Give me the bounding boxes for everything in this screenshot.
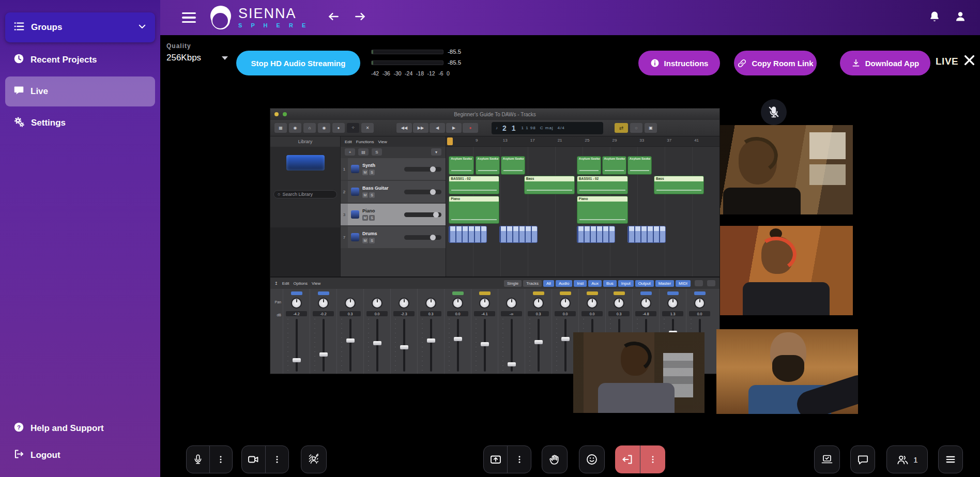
logo-sphere-icon [209,5,233,30]
sidebar-item-recent-projects[interactable]: Recent Projects [5,48,155,72]
chat-icon [857,454,869,466]
top-header: SIENNA S P H E R E [160,0,980,35]
participant-2-silhouette [743,233,831,315]
leave-icon [621,453,634,466]
meter-scale-tick: -18 [416,70,424,76]
track-number: 7 [341,226,348,248]
channel-io-chip [506,291,517,295]
mixer-filter-chip: All [543,280,554,287]
leave-room-button[interactable] [615,445,640,473]
clip-label: Bass [525,176,574,181]
track-s-button: S [369,238,375,243]
daw-lcd-display: ♪ 2 1 1 1 98 C maj 4/4 [492,122,603,134]
mic-options-kebab[interactable] [210,446,233,473]
channel-pan-knob [667,298,678,309]
notifications-bell-icon[interactable] [928,10,941,25]
sidebar-item-settings[interactable]: Settings [5,111,155,135]
ruler-label: 21 [556,136,583,146]
help-icon: ? [13,422,24,435]
channel-pan-knob [345,298,356,309]
track-volume-slider [404,190,441,194]
sidebar-item-live[interactable]: Live [5,76,155,106]
list-icon [13,21,25,35]
account-person-icon[interactable] [954,10,967,25]
daw-clip: Asylum Seeke [476,156,500,175]
mic-icon [192,454,204,465]
channel-io-chip [291,291,302,295]
channel-io-chip [640,291,652,295]
sidebar-item-help-support[interactable]: ? Help and Support [5,416,155,441]
channel-io-chip [372,291,383,295]
camera-options-kebab[interactable] [266,446,289,473]
more-menu-button[interactable] [938,445,963,473]
track-name: Piano [362,208,375,213]
video-tile-participant-4 [573,332,705,413]
participants-button[interactable]: 1 [886,445,928,473]
quality-label: Quality [166,42,228,50]
channel-db-value: 0.0 [555,311,576,316]
track-s-button: S [369,192,375,198]
forward-arrow-icon[interactable] [354,10,367,25]
download-app-button[interactable]: Download App [840,51,930,75]
sidebar-item-label: Live [30,86,48,97]
channel-pan-knob [399,298,409,309]
mixer-filter-chip: Output [635,280,654,287]
channel-io-chip [587,291,598,295]
sidebar-item-label: Settings [31,118,66,128]
sidebar-item-groups[interactable]: Groups [5,12,155,42]
meter-scale-tick: -6 [438,70,443,76]
chat-button[interactable] [850,445,875,473]
daw-track-row: 2Bass GuitarMS [341,181,446,203]
quality-select[interactable]: 256Kbps [166,53,228,63]
channel-fader-cap [293,358,301,362]
daw-lane: Asylum SeekeAsylum SeekeAsylum SeekeAsyl… [446,156,719,175]
mixer-filter-chip: Inst [574,280,587,287]
daw-clip: Bass [524,176,575,194]
track-m-button: M [362,238,368,243]
channel-fader-cap [346,338,355,343]
stop-hd-audio-button[interactable]: Stop HD Audio Streaming [236,51,360,75]
track-volume-slider [404,167,441,172]
background-blur-button[interactable] [301,445,327,473]
daw-arrange-area: 591317212529333741 Asylum SeekeAsylum Se… [446,136,719,276]
copy-room-link-button[interactable]: Copy Room Link [734,51,817,75]
back-arrow-icon[interactable] [327,10,340,25]
clip-label: Asylum Seeke [501,157,525,160]
camera-toggle-button[interactable] [242,446,265,473]
screen-share-options-kebab[interactable] [508,446,531,473]
track-m-button: M [362,215,368,221]
hamburger-menu-icon[interactable] [182,12,196,23]
channel-io-chip [425,291,437,295]
sidebar-item-logout[interactable]: Logout [5,443,155,468]
channel-fader-cap [319,352,328,357]
meter-scale-tick: 0 [447,70,450,76]
clip-label: Piano [449,196,499,202]
channel-db-value: 0.0 [581,311,603,316]
ruler-label: 25 [583,136,610,146]
screen-share-button[interactable] [484,446,507,473]
reactions-button[interactable] [579,445,605,473]
mic-toggle-button[interactable] [187,446,209,473]
device-check-button[interactable] [814,445,840,473]
mixer-filter-chip: Bus [603,280,617,287]
daw-clip: Asylum Seeke [627,156,652,175]
audio-level-meter: -85.5 -85.5 -42-36-30-24-18-12-60 [371,49,474,76]
brand-subtitle: S P H E R E [238,23,309,28]
channel-fader [445,319,471,372]
camera-icon [247,453,259,466]
channel-pan-knob [694,298,705,309]
channel-fader-cap [454,337,462,341]
leave-options-kebab[interactable] [640,445,665,473]
channel-pan-knob [506,298,517,309]
channel-fader [471,319,498,372]
raise-hand-button[interactable] [542,445,568,473]
video-tile-participant-2 [720,226,853,315]
close-icon[interactable] [962,53,976,69]
video-tile-participant-3 [716,329,858,414]
daw-track-row: 1SynthMS [341,158,446,180]
track-number: 3 [341,204,348,225]
mixer-filter-chip: Audio [556,280,572,287]
instructions-button[interactable]: Instructions [638,51,720,75]
live-stage: Quality 256Kbps Stop HD Audio Streaming … [160,35,980,477]
channel-db-value: -2.3 [393,311,415,316]
